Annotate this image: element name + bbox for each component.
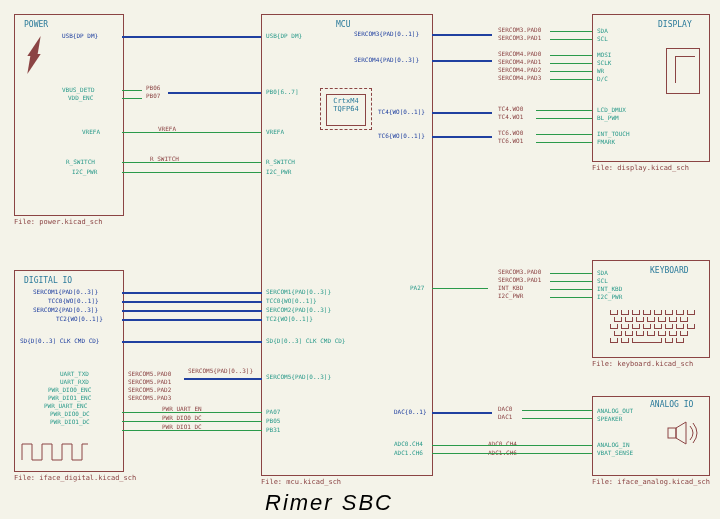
pwr-dio0d: PWR_DIO0_DC	[50, 410, 90, 417]
a-out: ANALOG_OUT	[597, 407, 633, 414]
wire	[122, 90, 142, 91]
kbd-i2c: I2C_PWR	[498, 292, 523, 299]
wire	[122, 162, 262, 163]
mcu-sercom3: SERCOM3{PAD[0..1]}	[354, 30, 419, 37]
rswitch-l: R_SWITCH	[66, 158, 95, 165]
mcu-sercom1: SERCOM1{PAD[0..3]}	[266, 288, 331, 295]
d-dc: D/C	[597, 75, 608, 82]
main-title: Rimer SBC	[265, 490, 393, 516]
wire	[432, 112, 492, 114]
wire	[122, 172, 262, 173]
dio-sercom2: SERCOM2{PAD[0..3]}	[33, 306, 98, 313]
k-sda: SDA	[597, 269, 608, 276]
mcu-dac: DAC{0..1}	[394, 408, 427, 415]
kbd-int: INT_KBD	[498, 284, 523, 291]
mcu-sd: SD{D[0..3] CLK CMD CD}	[266, 337, 345, 344]
a-spk: SPEAKER	[597, 415, 622, 422]
mcu-sercom4: SERCOM4{PAD[0..3]}	[354, 56, 419, 63]
mcu-pa27: PA27	[410, 284, 424, 291]
dac0: DAC0	[498, 405, 512, 412]
mcu-title: MCU	[336, 20, 350, 29]
d-scl: SCL	[597, 35, 608, 42]
wire	[122, 36, 262, 38]
wire	[550, 297, 592, 298]
display-file: File: display.kicad_sch	[592, 164, 689, 172]
wire	[550, 281, 592, 282]
display-title: DISPLAY	[658, 20, 692, 29]
wire	[550, 273, 592, 274]
wire	[168, 92, 262, 94]
chip-line2: TQFP64	[327, 105, 365, 113]
k-scl: SCL	[597, 277, 608, 284]
s5p1: SERCOM5.PAD1	[128, 378, 171, 385]
vrefa-net: VREFA	[158, 125, 176, 132]
pwr-dio1-dc: PWR_DIO1_DC	[162, 423, 202, 430]
mcu-sercom2: SERCOM2{PAD[0..3]}	[266, 306, 331, 313]
dio-sd: SD{D[0..3] CLK CMD CD}	[20, 337, 99, 344]
keyboard-file: File: keyboard.kicad_sch	[592, 360, 693, 368]
mcu-tc2: TC2{WO[0..1]}	[266, 315, 313, 322]
wire	[536, 134, 592, 135]
wire	[432, 136, 492, 138]
k-int: INT_KBD	[597, 285, 622, 292]
mcu-block	[261, 14, 433, 476]
vrefa-l: VREFA	[82, 128, 100, 135]
mcu-tc4: TC4{WO[0..1]}	[378, 108, 425, 115]
d-wr: WR	[597, 67, 604, 74]
tc6w1: TC6.WO1	[498, 137, 523, 144]
analog-file: File: iface_analog.kicad_sch	[592, 478, 710, 486]
wire	[122, 132, 262, 133]
power-title: POWER	[24, 20, 48, 29]
s4p2: SERCOM4.PAD2	[498, 66, 541, 73]
power-usb: USB{DP DM}	[62, 32, 98, 39]
wire	[122, 310, 262, 312]
adc1: ADC1.CH6	[394, 449, 423, 456]
wire	[432, 288, 488, 289]
mcu-pa07: PA07	[266, 408, 280, 415]
d-sclk: SCLK	[597, 59, 611, 66]
wire	[536, 110, 592, 111]
s4p3: SERCOM4.PAD3	[498, 74, 541, 81]
chip-line1: CrtxM4	[327, 97, 365, 105]
d-fmark: FMARK	[597, 138, 615, 145]
wire	[432, 453, 592, 454]
wire	[122, 319, 262, 321]
kbd-s3p0: SERCOM3.PAD0	[498, 268, 541, 275]
d-dmux: LCD_DMUX	[597, 106, 626, 113]
mcu-pb067: PB0[6..7]	[266, 88, 299, 95]
dio-tc2: TC2{WO[0..1]}	[56, 315, 103, 322]
d-blpwm: BL_PWM	[597, 114, 619, 121]
wire	[522, 418, 592, 419]
display-icon	[666, 48, 700, 94]
vbus-detd: VBUS_DETD	[62, 86, 95, 93]
i2cpwr-l: I2C_PWR	[72, 168, 97, 175]
mcu-file: File: mcu.kicad_sch	[261, 478, 341, 486]
wire	[550, 71, 592, 72]
pwr-dio0-dc: PWR_DIO0_DC	[162, 414, 202, 421]
wire	[550, 79, 592, 80]
s3p0: SERCOM3.PAD0	[498, 26, 541, 33]
wire	[550, 39, 592, 40]
svg-rect-0	[668, 428, 676, 438]
s3p1: SERCOM3.PAD1	[498, 34, 541, 41]
tc4w0: TC4.WO0	[498, 105, 523, 112]
wire	[432, 34, 492, 36]
wire	[550, 31, 592, 32]
d-touch: INT_TOUCH	[597, 130, 630, 137]
uart-txd: UART_TXD	[60, 370, 89, 377]
wire	[122, 412, 262, 413]
mcu-tcc0: TCC0{WO[0..1]}	[266, 297, 317, 304]
k-i2c: I2C_PWR	[597, 293, 622, 300]
pwr-dio0e: PWR_DIO0_ENC	[48, 386, 91, 393]
mcu-rswitch: R_SWITCH	[266, 158, 295, 165]
speaker-icon	[666, 418, 702, 448]
pb06: PB06	[146, 84, 160, 91]
wire	[522, 410, 592, 411]
wire	[122, 341, 262, 343]
wire	[432, 60, 492, 62]
wire	[184, 378, 262, 380]
analog-title: ANALOG IO	[650, 400, 693, 409]
a-vbat: VBAT_SENSE	[597, 449, 633, 456]
pb07: PB07	[146, 92, 160, 99]
s5p2: SERCOM5.PAD2	[128, 386, 171, 393]
